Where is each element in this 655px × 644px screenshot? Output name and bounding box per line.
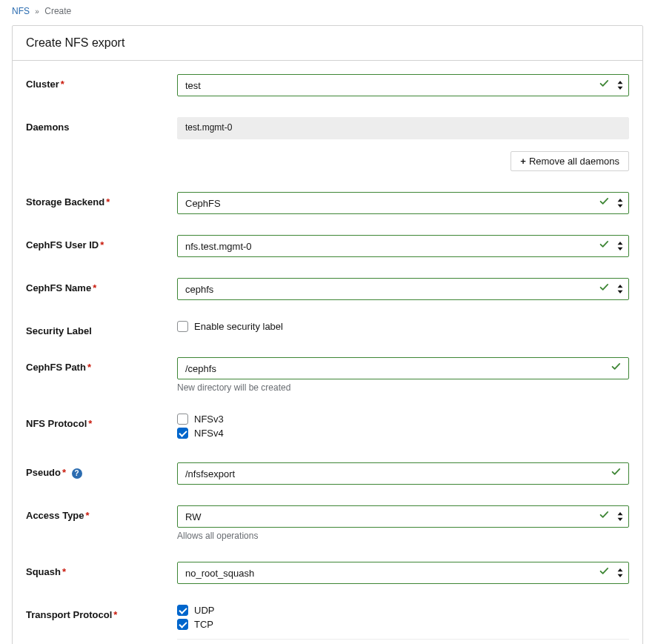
squash-select[interactable]: no_root_squash xyxy=(177,562,629,584)
tcp-checkbox[interactable] xyxy=(177,619,188,630)
enable-security-label-checkbox[interactable] xyxy=(177,321,188,332)
daemon-tag: test.mgmt-0 xyxy=(177,117,629,139)
label-access-type: Access Type* xyxy=(26,505,177,521)
required-icon: * xyxy=(106,196,110,208)
nfsv4-label: NFSv4 xyxy=(194,428,224,439)
required-icon: * xyxy=(86,510,90,521)
label-pseudo: Pseudo* ? xyxy=(26,462,177,479)
breadcrumb-separator-icon: » xyxy=(35,7,39,16)
breadcrumb-current: Create xyxy=(44,6,71,16)
page-title: Create NFS export xyxy=(13,26,642,61)
access-type-helper: Allows all operations xyxy=(177,531,629,541)
access-type-select[interactable]: RW xyxy=(177,505,629,528)
required-icon: * xyxy=(93,282,96,293)
label-storage-backend: Storage Backend* xyxy=(26,192,177,208)
cluster-select[interactable]: test xyxy=(177,74,629,96)
required-icon: * xyxy=(87,362,91,373)
storage-backend-select[interactable]: CephFS xyxy=(177,192,629,214)
required-icon: * xyxy=(88,418,92,429)
required-icon: * xyxy=(62,566,66,577)
cephfs-path-helper: New directory will be created xyxy=(177,382,629,393)
label-cephfs-name: CephFS Name* xyxy=(26,278,177,293)
required-icon: * xyxy=(62,467,66,478)
label-cephfs-path: CephFS Path* xyxy=(26,357,177,373)
pseudo-input[interactable] xyxy=(177,462,629,485)
form-card: Create NFS export Cluster* test Daemons xyxy=(12,25,643,644)
label-nfs-protocol: NFS Protocol* xyxy=(26,414,177,429)
udp-checkbox[interactable] xyxy=(177,605,188,616)
label-cluster: Cluster* xyxy=(26,74,177,90)
required-icon: * xyxy=(100,239,104,250)
help-icon[interactable]: ? xyxy=(72,468,82,479)
tcp-label: TCP xyxy=(194,619,213,630)
nfsv4-checkbox[interactable] xyxy=(177,428,188,439)
breadcrumb-root-link[interactable]: NFS xyxy=(12,6,30,16)
required-icon: * xyxy=(113,609,117,620)
udp-label: UDP xyxy=(194,605,214,616)
nfsv3-checkbox[interactable] xyxy=(177,414,188,425)
cephfs-name-select[interactable]: cephfs xyxy=(177,278,629,300)
remove-all-daemons-button[interactable]: + Remove all daemons xyxy=(511,151,629,171)
label-security-label: Security Label xyxy=(26,321,177,336)
nfsv3-label: NFSv3 xyxy=(194,414,224,425)
label-daemons: Daemons xyxy=(26,117,177,133)
label-transport-protocol: Transport Protocol* xyxy=(26,605,177,620)
label-squash: Squash* xyxy=(26,562,177,577)
plus-icon: + xyxy=(520,156,526,167)
cephfs-path-input[interactable] xyxy=(177,357,629,379)
cephfs-user-id-select[interactable]: nfs.test.mgmt-0 xyxy=(177,235,629,257)
divider xyxy=(177,639,629,640)
required-icon: * xyxy=(61,79,64,90)
breadcrumb: NFS » Create xyxy=(12,0,643,22)
enable-security-label-text: Enable security label xyxy=(194,321,283,332)
label-cephfs-user-id: CephFS User ID* xyxy=(26,235,177,250)
